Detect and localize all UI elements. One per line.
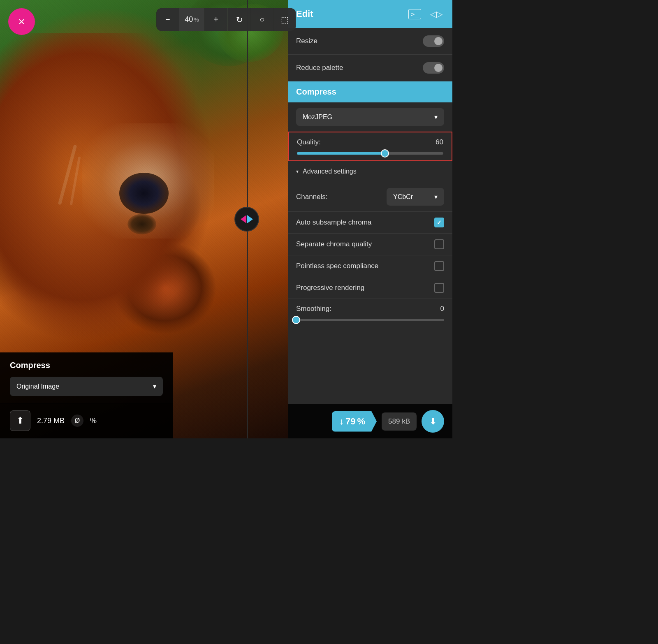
reduce-palette-toggle-thumb [434, 64, 443, 72]
download-icon: ⬇ [429, 416, 437, 427]
bottom-bar-left: ⬆ 2.79 MB Ø % [0, 403, 173, 438]
download-button[interactable]: ⬇ [422, 410, 444, 433]
advanced-chevron-icon: ▾ [296, 169, 299, 174]
advanced-settings-label: Advanced settings [303, 168, 357, 175]
advanced-settings-toggle[interactable]: ▾ Advanced settings [288, 161, 452, 182]
import-icon: ⬆ [16, 415, 24, 426]
arrow-right-icon [247, 215, 253, 223]
channels-row: Channels: YCbCr ▾ [288, 182, 452, 212]
auto-subsample-checkbox[interactable]: ✓ [434, 218, 444, 227]
compress-title: Compress [296, 87, 336, 96]
circle-button[interactable]: ○ [251, 8, 273, 31]
progressive-rendering-row: Progressive rendering [288, 277, 452, 299]
bottom-left-panel: Compress Original Image ▾ [0, 352, 173, 403]
header-icons: >_ ◁▷ [407, 7, 444, 21]
pointless-spec-checkbox[interactable] [434, 261, 444, 271]
encoder-chevron-icon: ▾ [434, 113, 438, 121]
close-icon: × [18, 16, 25, 28]
right-panel: Edit >_ ◁▷ Resize Reduce palette C [288, 0, 452, 438]
reduction-percent-value: 79 [345, 416, 355, 427]
file-size-display: 2.79 MB [37, 417, 65, 425]
output-size-display: 589 kB [382, 412, 417, 431]
crop-button[interactable]: ⬚ [273, 8, 296, 31]
zoom-unit: % [194, 16, 199, 23]
progressive-label: Progressive rendering [296, 284, 364, 292]
pointless-spec-row: Pointless spec compliance [288, 255, 452, 277]
dropdown-label: Original Image [16, 383, 59, 390]
progressive-checkbox[interactable] [434, 283, 444, 293]
handle-arrows [241, 215, 253, 223]
quality-label: Quality: [297, 138, 321, 146]
separate-chroma-label: Separate chroma quality [296, 240, 372, 248]
auto-subsample-label: Auto subsample chroma [296, 218, 371, 227]
smoothing-slider-track[interactable] [296, 319, 444, 321]
reduce-palette-toggle[interactable] [423, 62, 444, 74]
top-toolbar: − 40 % + ↻ ○ ⬚ [156, 8, 296, 31]
reduce-palette-section: Reduce palette [288, 55, 452, 81]
arrows-button[interactable]: ◁▷ [429, 7, 444, 21]
resize-toggle[interactable] [423, 35, 444, 47]
reduction-badge: ↓ 79 % [332, 411, 377, 432]
zoom-value-display: 40 % [179, 8, 204, 31]
smoothing-section: Smoothing: 0 [288, 299, 452, 327]
quality-value: 60 [436, 138, 443, 146]
auto-subsample-row: Auto subsample chroma ✓ [288, 212, 452, 234]
rotate-icon: ↻ [236, 15, 243, 25]
reduction-arrow-icon: ↓ [339, 416, 344, 427]
resize-section: Resize [288, 28, 452, 55]
left-right-arrows-icon: ◁▷ [430, 9, 443, 19]
arrow-left-icon [241, 215, 246, 223]
reduction-icon: Ø [71, 415, 83, 427]
percent-icon: Ø [75, 417, 80, 424]
encoder-row: MozJPEG ▾ [288, 102, 452, 132]
resize-toggle-thumb [434, 37, 443, 45]
bottom-right-bar: ↓ 79 % 589 kB ⬇ [288, 404, 452, 438]
zoom-number: 40 [185, 15, 193, 24]
edit-header: Edit >_ ◁▷ [288, 0, 452, 28]
separate-chroma-checkbox[interactable] [434, 239, 444, 249]
reduction-percent-sign: % [357, 416, 366, 427]
quality-section: Quality: 60 [288, 132, 452, 161]
channels-dropdown[interactable]: YCbCr ▾ [387, 188, 444, 206]
terminal-icon: >_ [408, 9, 421, 19]
reduce-palette-label: Reduce palette [296, 64, 343, 72]
import-button[interactable]: ⬆ [10, 410, 30, 431]
compress-section-header: Compress [288, 81, 452, 102]
chevron-down-icon: ▾ [153, 382, 156, 390]
zoom-out-button[interactable]: − [156, 8, 179, 31]
smoothing-label: Smoothing: [296, 305, 331, 313]
smoothing-slider-thumb[interactable] [292, 316, 300, 324]
quality-slider-track[interactable] [297, 152, 443, 155]
original-image-dropdown[interactable]: Original Image ▾ [10, 377, 163, 396]
smoothing-value: 0 [440, 305, 444, 313]
channels-label: Channels: [296, 193, 328, 201]
circle-icon: ○ [259, 15, 264, 24]
channels-chevron-icon: ▾ [434, 193, 438, 201]
encoder-label: MozJPEG [303, 114, 332, 121]
pointless-spec-label: Pointless spec compliance [296, 262, 378, 270]
reduction-percent-left: % [90, 417, 97, 425]
channels-value: YCbCr [393, 193, 413, 201]
left-panel-title: Compress [10, 361, 163, 370]
rotate-button[interactable]: ↻ [228, 8, 251, 31]
encoder-dropdown[interactable]: MozJPEG ▾ [296, 108, 444, 126]
resize-label: Resize [296, 37, 317, 45]
terminal-button[interactable]: >_ [407, 8, 423, 20]
quality-slider-fill [297, 152, 385, 155]
separate-chroma-row: Separate chroma quality [288, 234, 452, 255]
checkmark-icon: ✓ [437, 219, 442, 226]
zoom-in-button[interactable]: + [205, 8, 227, 31]
quality-slider-thumb[interactable] [381, 149, 389, 158]
crop-icon: ⬚ [281, 15, 289, 25]
comparison-handle[interactable] [234, 207, 259, 232]
close-button[interactable]: × [8, 8, 35, 35]
edit-title: Edit [296, 9, 313, 19]
